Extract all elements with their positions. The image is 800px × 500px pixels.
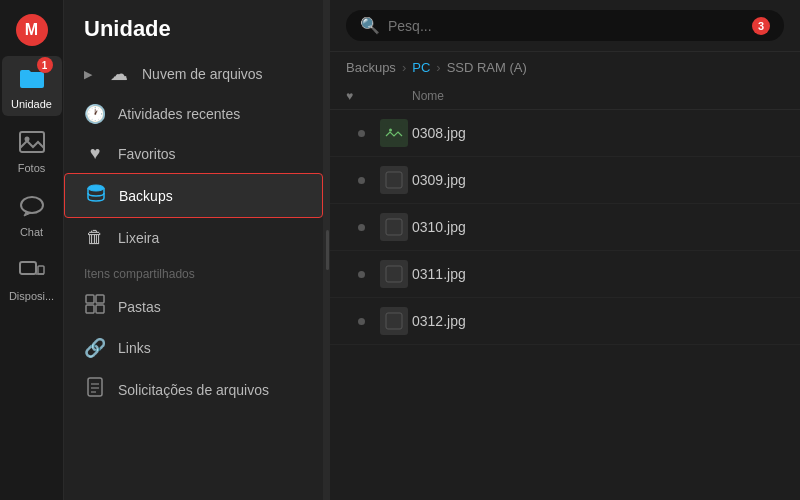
main-content: 🔍 3 Backups › PC › SSD RAM (A) ♥ Nome: [330, 0, 800, 500]
nav-label-lixeira: Lixeira: [118, 230, 159, 246]
search-icon: 🔍: [360, 16, 380, 35]
svg-rect-20: [386, 313, 402, 329]
svg-rect-18: [386, 219, 402, 235]
nav-item-solicitacoes[interactable]: Solicitações de arquivos: [64, 368, 323, 411]
header-name: Nome: [412, 89, 784, 103]
file-name-0312: 0312.jpg: [412, 313, 784, 329]
fotos-label: Fotos: [18, 162, 46, 174]
device-icon: [16, 254, 48, 286]
breadcrumb-sep-1: ›: [402, 60, 406, 75]
file-icon-0309: [376, 166, 412, 194]
file-thumb: [380, 119, 408, 147]
nav-item-pastas[interactable]: Pastas: [64, 285, 323, 328]
file-row[interactable]: 0308.jpg: [330, 110, 800, 157]
file-row[interactable]: 0310.jpg: [330, 204, 800, 251]
header-heart: ♥: [346, 89, 376, 103]
file-icon-0312: [376, 307, 412, 335]
svg-rect-11: [88, 378, 102, 396]
search-input[interactable]: [388, 18, 740, 34]
breadcrumb-backups[interactable]: Backups: [346, 60, 396, 75]
file-row[interactable]: 0312.jpg: [330, 298, 800, 345]
sidebar-title: Unidade: [64, 0, 323, 54]
chat-icon: [16, 190, 48, 222]
nav-label-links: Links: [118, 340, 151, 356]
nav-label-pastas: Pastas: [118, 299, 161, 315]
nav-item-favoritos[interactable]: ♥ Favoritos: [64, 134, 323, 173]
file-thumb: [380, 307, 408, 335]
nav-label-solicitacoes: Solicitações de arquivos: [118, 382, 269, 398]
svg-rect-9: [86, 305, 94, 313]
divider-handle: [326, 230, 329, 270]
svg-rect-0: [20, 132, 44, 152]
nav-label-favoritos: Favoritos: [118, 146, 176, 162]
sidebar-item-fotos[interactable]: Fotos: [2, 120, 62, 180]
nav-item-backups[interactable]: Backups: [64, 173, 323, 218]
trash-icon: 🗑: [84, 227, 106, 248]
cloud-icon: ☁: [108, 63, 130, 85]
chat-label: Chat: [20, 226, 43, 238]
breadcrumb-sep-2: ›: [436, 60, 440, 75]
heart-header-icon: ♥: [346, 89, 353, 103]
avatar-item[interactable]: M: [2, 8, 62, 52]
nav-label-nuvem: Nuvem de arquivos: [142, 66, 263, 82]
unidade-label: Unidade: [11, 98, 52, 110]
nav-item-links[interactable]: 🔗 Links: [64, 328, 323, 368]
file-icon-0310: [376, 213, 412, 241]
row-dot: [346, 130, 376, 137]
nav-item-recentes[interactable]: 🕐 Atividades recentes: [64, 94, 323, 134]
breadcrumb-pc[interactable]: PC: [412, 60, 430, 75]
sidebar-nav: ▶ ☁ Nuvem de arquivos 🕐 Atividades recen…: [64, 54, 323, 500]
file-thumb: [380, 260, 408, 288]
file-name-0311: 0311.jpg: [412, 266, 784, 282]
search-wrap[interactable]: 🔍 3: [346, 10, 784, 41]
image-icon: [16, 126, 48, 158]
sidebar-item-dispositivos[interactable]: Disposi...: [2, 248, 62, 308]
file-thumb: [380, 213, 408, 241]
backups-icon: [85, 183, 107, 208]
file-icon-0308: [376, 119, 412, 147]
row-dot: [346, 318, 376, 325]
links-icon: 🔗: [84, 337, 106, 359]
search-badge-3: 3: [752, 17, 770, 35]
file-name-0310: 0310.jpg: [412, 219, 784, 235]
file-icon-0311: [376, 260, 412, 288]
sidebar-item-chat[interactable]: Chat: [2, 184, 62, 244]
svg-rect-10: [96, 305, 104, 313]
breadcrumb-ssd[interactable]: SSD RAM (A): [447, 60, 527, 75]
svg-point-2: [21, 197, 43, 213]
row-dot: [346, 224, 376, 231]
svg-rect-17: [386, 172, 402, 188]
file-thumb: [380, 166, 408, 194]
row-dot: [346, 271, 376, 278]
sidebar: Unidade ▶ ☁ Nuvem de arquivos 🕐 Atividad…: [64, 0, 324, 500]
dispositivos-label: Disposi...: [9, 290, 54, 302]
file-list-header: ♥ Nome: [330, 83, 800, 110]
section-label-shared: Itens compartilhados: [64, 257, 323, 285]
arrow-icon: ▶: [84, 68, 92, 81]
search-bar: 🔍 3: [330, 0, 800, 52]
sidebar-item-unidade[interactable]: 1 Unidade: [2, 56, 62, 116]
heart-icon: ♥: [84, 143, 106, 164]
solicitacoes-icon: [84, 377, 106, 402]
icon-bar: M 1 Unidade Fotos: [0, 0, 64, 500]
row-dot: [346, 177, 376, 184]
file-row[interactable]: 0309.jpg: [330, 157, 800, 204]
avatar: M: [16, 14, 48, 46]
file-name-0308: 0308.jpg: [412, 125, 784, 141]
svg-rect-8: [96, 295, 104, 303]
svg-point-6: [88, 185, 104, 191]
badge-1: 1: [37, 57, 53, 73]
file-row[interactable]: 0311.jpg: [330, 251, 800, 298]
nav-label-recentes: Atividades recentes: [118, 106, 240, 122]
folder-icon: 1: [16, 62, 48, 94]
svg-rect-3: [20, 262, 36, 274]
svg-point-16: [389, 129, 392, 132]
svg-rect-7: [86, 295, 94, 303]
breadcrumb: Backups › PC › SSD RAM (A): [330, 52, 800, 83]
pastas-icon: [84, 294, 106, 319]
svg-rect-4: [38, 266, 44, 274]
nav-item-lixeira[interactable]: 🗑 Lixeira: [64, 218, 323, 257]
clock-icon: 🕐: [84, 103, 106, 125]
nav-item-nuvem[interactable]: ▶ ☁ Nuvem de arquivos: [64, 54, 323, 94]
file-name-0309: 0309.jpg: [412, 172, 784, 188]
